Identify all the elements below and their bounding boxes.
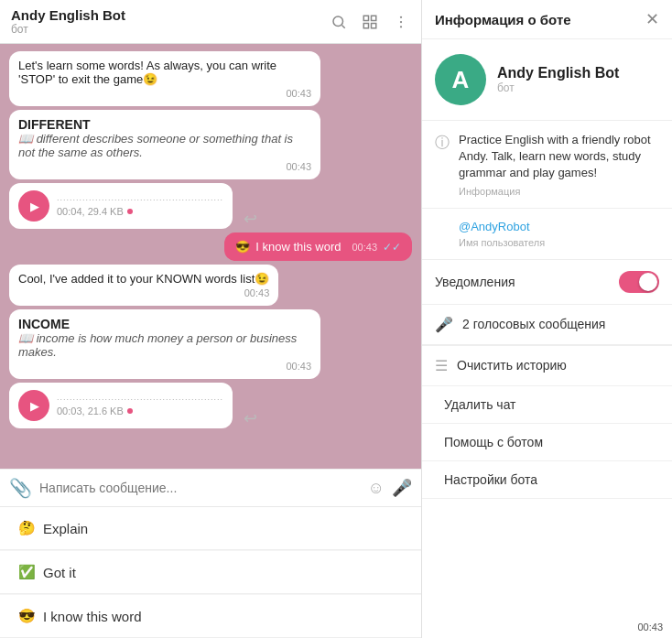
message-outgoing: 😎 I know this word 00:43 ✓✓ (224, 232, 412, 261)
audio-dot (127, 408, 133, 414)
notifications-toggle[interactable] (619, 271, 659, 293)
audio-message-2: ▶ ······································… (9, 383, 233, 428)
toggle-knob (639, 273, 657, 291)
svg-rect-2 (363, 16, 368, 20)
play-button-2[interactable]: ▶ (18, 390, 49, 421)
audio-message-2-wrap: ▶ ······································… (9, 383, 257, 428)
attach-icon[interactable]: 📎 (9, 477, 32, 499)
message-2: DIFFERENT 📖 different describes someone … (9, 110, 320, 179)
msg-text: Let's learn some words! As always, you c… (18, 59, 276, 86)
word-title: DIFFERENT (18, 117, 311, 132)
chat-body: Let's learn some words! As always, you c… (0, 44, 421, 469)
quick-btn-explain[interactable]: 🤔 Explain (0, 507, 421, 550)
quick-buttons: 🤔 Explain ✅ Got it 😎 I know this word (0, 506, 421, 638)
audio-duration: 00:04, 29.4 KB (57, 206, 124, 217)
rp-description-section: ⓘ Practice English with a friendly robot… (422, 121, 672, 209)
outgoing-icon: 😎 (235, 240, 250, 254)
emoji-icon[interactable]: ☺ (368, 479, 385, 498)
play-icon: ▶ (30, 200, 39, 213)
audio-message-1-wrap: ▶ ······································… (9, 183, 257, 229)
rp-description-content: Practice English with a friendly robot A… (459, 132, 659, 197)
info-icon: ⓘ (435, 134, 450, 153)
menu-label-clear: Очистить историю (457, 358, 567, 373)
svg-point-7 (400, 20, 402, 22)
rp-header: Информация о боте ✕ (422, 0, 672, 39)
audio-meta: 00:03, 21.6 KB (57, 406, 223, 416)
audio-dot (127, 209, 133, 214)
rp-profile: A Andy English Bot бот (422, 39, 672, 121)
rp-username[interactable]: @AndyRobot (459, 220, 545, 233)
svg-rect-5 (372, 23, 376, 27)
outgoing-text: I know this word (255, 240, 341, 254)
msg-time: 00:43 (18, 361, 311, 372)
right-panel: Информация о боте ✕ A Andy English Bot б… (421, 0, 672, 638)
audio-wave: ········································… (57, 395, 223, 404)
menu-icon-list: ☰ (435, 357, 448, 374)
rp-description-text: Practice English with a friendly robot A… (459, 132, 659, 182)
rp-username-section: ⓘ @AndyRobot Имя пользователя (422, 209, 672, 260)
search-icon[interactable] (330, 13, 348, 31)
rp-notifications-label: Уведомления (435, 275, 515, 289)
rp-bot-sub: бот (497, 81, 619, 94)
rp-username-label: Имя пользователя (459, 237, 545, 248)
menu-label-settings: Настройки бота (444, 472, 537, 487)
svg-point-6 (400, 16, 402, 17)
rp-bot-info: Andy English Bot бот (497, 65, 619, 94)
forward-button-1[interactable]: ↩ (244, 209, 257, 229)
word-title: INCOME (18, 317, 311, 331)
message-6: INCOME 📖 income is how much money a pers… (9, 309, 320, 379)
word-def: 📖 different describes someone or somethi… (18, 132, 311, 159)
quick-btn-know-word-label: I know this word (43, 609, 142, 624)
rp-close-button[interactable]: ✕ (645, 9, 659, 29)
word-def: 📖 income is how much money a person or b… (18, 331, 311, 359)
svg-rect-4 (363, 23, 368, 27)
msg-time: 00:43 (18, 161, 311, 172)
audio-duration: 00:03, 21.6 KB (57, 406, 124, 416)
play-button-1[interactable]: ▶ (18, 190, 49, 222)
read-tick: ✓✓ (383, 241, 401, 254)
rp-username-content: @AndyRobot Имя пользователя (459, 220, 545, 248)
left-panel: Andy English Bot бот Let's learn some wo… (0, 0, 421, 638)
rp-menu-delete-chat[interactable]: Удалить чат (422, 386, 672, 424)
rp-avatar: A (435, 54, 486, 105)
msg-time: 00:43 (18, 88, 311, 99)
msg-time: 00:43 (18, 287, 269, 298)
chat-subtitle: бот (11, 23, 330, 36)
message-1: Let's learn some words! As always, you c… (9, 51, 320, 106)
svg-point-0 (333, 16, 343, 27)
quick-btn-know-word-icon: 😎 (18, 608, 36, 624)
svg-rect-3 (372, 16, 376, 20)
menu-label-help: Помощь с ботом (444, 435, 543, 449)
quick-btn-got-it-label: Got it (43, 565, 76, 580)
rp-voice-count: 2 голосовых сообщения (462, 317, 605, 331)
chat-header: Andy English Bot бот (0, 0, 421, 44)
mic-icon[interactable]: 🎤 (392, 478, 412, 498)
rp-menu-help[interactable]: Помощь с ботом (422, 424, 672, 461)
message-5: Cool, I've added it to your KNOWN words … (9, 265, 278, 306)
rp-description-label: Информация (459, 186, 659, 197)
audio-message-1: ▶ ······································… (9, 183, 233, 229)
rp-bot-name: Andy English Bot (497, 65, 619, 81)
svg-point-8 (400, 26, 402, 27)
play-icon: ▶ (30, 399, 39, 413)
rp-voice-row: 🎤 2 голосовых сообщения (422, 305, 672, 345)
audio-info: ········································… (57, 395, 223, 416)
quick-btn-got-it-icon: ✅ (18, 564, 36, 580)
chat-input-area: 📎 ☺ 🎤 (0, 469, 421, 506)
quick-btn-got-it[interactable]: ✅ Got it (0, 551, 421, 594)
rp-menu-clear-history[interactable]: ☰ Очистить историю (422, 346, 672, 386)
layout-icon[interactable] (361, 13, 379, 31)
chat-title: Andy English Bot (11, 7, 330, 23)
message-input[interactable] (39, 481, 361, 495)
quick-btn-know-word[interactable]: 😎 I know this word (0, 595, 421, 638)
header-icons (330, 13, 410, 31)
quick-btn-explain-label: Explain (43, 521, 88, 536)
rp-title: Информация о боте (435, 12, 571, 27)
header-info: Andy English Bot бот (11, 7, 330, 36)
outgoing-time: 00:43 (352, 242, 377, 253)
audio-info: ········································… (57, 196, 223, 217)
rp-menu-settings[interactable]: Настройки бота (422, 461, 672, 499)
forward-button-2[interactable]: ↩ (244, 408, 257, 428)
audio-meta: 00:04, 29.4 KB (57, 206, 223, 217)
more-icon[interactable] (392, 13, 410, 31)
